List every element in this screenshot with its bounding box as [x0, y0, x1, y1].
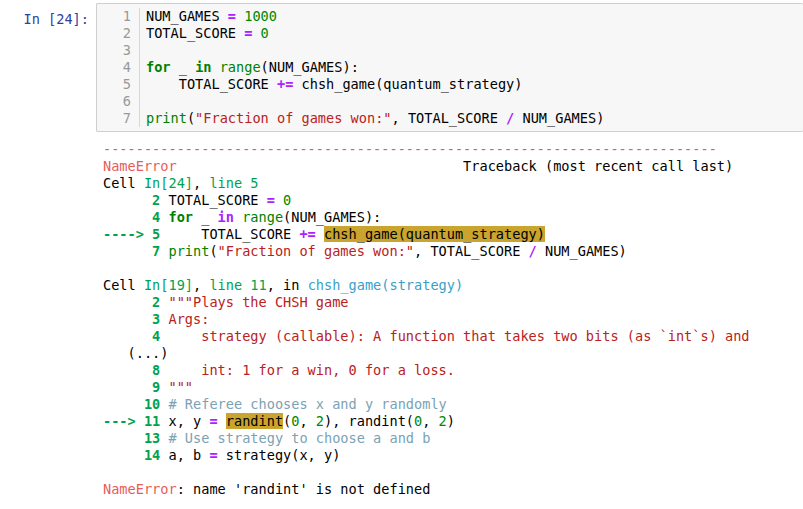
code-token: 4 — [103, 328, 160, 344]
code-token: 10 — [103, 396, 160, 412]
code-line: NUM_GAMES = 1000 — [146, 8, 803, 25]
code-token: _ — [193, 209, 218, 225]
notebook-page: In [24]: 1234567 NUM_GAMES = 1000TOTAL_S… — [0, 0, 803, 509]
line-number-gutter: 1234567 — [97, 8, 140, 127]
code-line: TOTAL_SCORE += chsh_game(quantum_strateg… — [146, 76, 803, 93]
code-editor[interactable]: 1234567 NUM_GAMES = 1000TOTAL_SCORE = 0f… — [96, 3, 803, 132]
code-line: Cell In[24], line 5 — [103, 175, 803, 192]
code-line: 4 strategy (callable): A function that t… — [103, 328, 803, 345]
code-token: , TOTAL_SCORE — [414, 243, 529, 259]
code-token: strategy(x, y) — [218, 447, 341, 463]
code-line: (...) — [103, 345, 803, 362]
code-line: ---> 11 x, y = randint(0, 2), randint(0,… — [103, 413, 803, 430]
code-line: Cell In[19], line 11, in chsh_game(strat… — [103, 277, 803, 294]
code-token: int: 1 for a win, 0 for a loss. — [168, 362, 454, 378]
code-token: _ — [171, 59, 196, 75]
code-token: randint — [226, 413, 283, 429]
code-line: 2 TOTAL_SCORE = 0 — [103, 192, 803, 209]
code-token — [234, 209, 242, 225]
code-token: In[19] — [144, 277, 193, 293]
code-token: for — [146, 59, 171, 75]
code-token: "Fraction of games won:" — [218, 243, 414, 259]
code-token: NameError — [103, 158, 177, 174]
code-token: 0 — [283, 192, 291, 208]
code-token: 2 — [439, 413, 447, 429]
line-number: 3 — [97, 42, 131, 59]
code-content[interactable]: NUM_GAMES = 1000TOTAL_SCORE = 0for _ in … — [140, 8, 803, 127]
code-token: += — [299, 226, 315, 242]
code-line: ----> 5 TOTAL_SCORE += chsh_game(quantum… — [103, 226, 803, 243]
code-token: NUM_GAMES — [146, 8, 228, 24]
code-token: In[24] — [144, 175, 193, 191]
code-token: range — [220, 59, 261, 75]
code-token: TOTAL_SCORE — [146, 76, 277, 92]
code-token — [252, 25, 260, 41]
code-token: range — [242, 209, 283, 225]
code-line: 10 # Referee chooses x and y randomly — [103, 396, 803, 413]
code-token: 8 — [103, 362, 160, 378]
code-token: , in — [267, 277, 308, 293]
code-token: Traceback (most recent call last) — [177, 158, 734, 174]
code-token: Cell — [103, 277, 144, 293]
code-line — [146, 42, 803, 59]
code-line: ----------------------------------------… — [103, 141, 803, 158]
code-token: 2 — [103, 294, 160, 310]
code-line: NameError: name 'randint' is not defined — [103, 481, 803, 498]
code-token: += — [277, 76, 293, 92]
code-token: 13 — [103, 430, 160, 446]
code-line: 4 for _ in range(NUM_GAMES): — [103, 209, 803, 226]
code-token: , — [193, 175, 209, 191]
code-line: 9 """ — [103, 379, 803, 396]
code-token: 1000 — [244, 8, 277, 24]
code-token — [316, 226, 324, 242]
code-token: Args: — [168, 311, 209, 327]
code-line — [103, 464, 803, 481]
code-line — [146, 93, 803, 110]
code-token: / — [529, 243, 537, 259]
code-line: 7 print("Fraction of games won:", TOTAL_… — [103, 243, 803, 260]
code-token: TOTAL_SCORE — [160, 192, 266, 208]
code-token: # Use strategy to choose a and b — [168, 430, 430, 446]
code-token — [236, 8, 244, 24]
code-token: ), randint( — [324, 413, 414, 429]
code-line: 3 Args: — [103, 311, 803, 328]
code-token: TOTAL_SCORE — [146, 25, 244, 41]
line-number: 5 — [97, 76, 131, 93]
code-token: (...) — [103, 345, 168, 361]
line-number: 2 — [97, 25, 131, 42]
code-token: strategy (callable): A function that tak… — [168, 328, 749, 344]
code-token: (NUM_GAMES): — [261, 59, 359, 75]
code-token — [218, 413, 226, 429]
code-line: for _ in range(NUM_GAMES): — [146, 59, 803, 76]
code-line: print("Fraction of games won:", TOTAL_SC… — [146, 110, 803, 127]
code-cell: In [24]: 1234567 NUM_GAMES = 1000TOTAL_S… — [0, 0, 803, 132]
code-token: = — [209, 447, 217, 463]
code-token: (NUM_GAMES): — [283, 209, 381, 225]
code-token: NUM_GAMES) — [514, 110, 604, 126]
code-token: for — [168, 209, 193, 225]
code-line — [103, 260, 803, 277]
code-token: NameError — [103, 481, 177, 497]
code-token: a, b — [160, 447, 209, 463]
code-token: TOTAL_SCORE — [160, 226, 299, 242]
code-token: print — [168, 243, 209, 259]
code-token: chsh_game(strategy) — [308, 277, 464, 293]
code-line: 8 int: 1 for a win, 0 for a loss. — [103, 362, 803, 379]
code-token: = — [267, 192, 275, 208]
code-token: 7 — [103, 243, 160, 259]
code-line: 13 # Use strategy to choose a and b — [103, 430, 803, 447]
code-token — [275, 192, 283, 208]
code-token: 9 — [103, 379, 160, 395]
code-token: 14 — [103, 447, 160, 463]
code-token: chsh_game(quantum_strategy) — [324, 226, 545, 242]
line-number: 1 — [97, 8, 131, 25]
code-token: , — [422, 413, 438, 429]
code-token: line 11 — [209, 277, 266, 293]
code-token: : name 'randint' is not defined — [177, 481, 431, 497]
line-number: 4 — [97, 59, 131, 76]
code-line: TOTAL_SCORE = 0 — [146, 25, 803, 42]
code-token: 4 — [103, 209, 160, 225]
code-token: 0 — [261, 25, 269, 41]
code-token: 3 — [103, 311, 160, 327]
code-token: , — [299, 413, 315, 429]
